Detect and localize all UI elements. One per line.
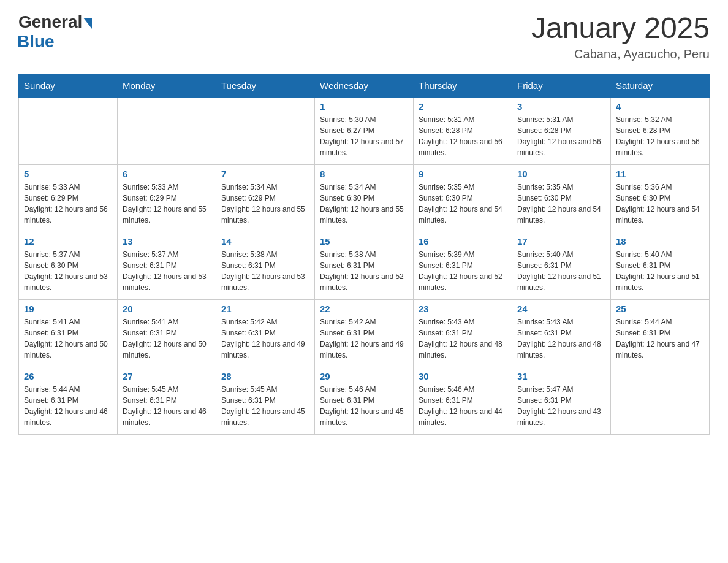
title-block: January 2025 Cabana, Ayacucho, Peru [531,12,710,61]
day-info: Sunrise: 5:47 AMSunset: 6:31 PMDaylight:… [517,384,605,428]
day-number: 22 [320,304,408,314]
calendar-week-2: 5Sunrise: 5:33 AMSunset: 6:29 PMDaylight… [19,164,710,232]
page-header: General Blue January 2025 Cabana, Ayacuc… [18,12,710,61]
day-info: Sunrise: 5:42 AMSunset: 6:31 PMDaylight:… [320,316,408,361]
calendar-cell: 22Sunrise: 5:42 AMSunset: 6:31 PMDayligh… [315,299,414,367]
day-number: 31 [517,371,605,381]
calendar-cell [216,97,315,164]
day-number: 11 [616,169,704,179]
day-info: Sunrise: 5:45 AMSunset: 6:31 PMDaylight:… [221,384,309,428]
day-number: 25 [616,304,704,314]
day-number: 18 [616,236,704,247]
day-info: Sunrise: 5:39 AMSunset: 6:31 PMDaylight:… [419,249,507,293]
day-number: 30 [419,371,507,381]
calendar-cell: 15Sunrise: 5:38 AMSunset: 6:31 PMDayligh… [315,232,414,299]
day-number: 20 [123,304,211,314]
calendar-cell: 10Sunrise: 5:35 AMSunset: 6:30 PMDayligh… [512,164,611,232]
calendar-header-wednesday: Wednesday [315,74,414,97]
day-number: 26 [24,371,112,381]
calendar-title: January 2025 [531,12,710,45]
day-number: 4 [616,101,704,112]
calendar-week-5: 26Sunrise: 5:44 AMSunset: 6:31 PMDayligh… [19,367,710,434]
day-info: Sunrise: 5:44 AMSunset: 6:31 PMDaylight:… [616,316,704,361]
day-info: Sunrise: 5:46 AMSunset: 6:31 PMDaylight:… [419,384,507,428]
day-number: 5 [24,169,112,179]
day-number: 8 [320,169,408,179]
calendar-week-1: 1Sunrise: 5:30 AMSunset: 6:27 PMDaylight… [19,97,710,164]
calendar-header-sunday: Sunday [19,74,118,97]
day-number: 6 [123,169,211,179]
day-info: Sunrise: 5:34 AMSunset: 6:29 PMDaylight:… [221,182,309,226]
calendar-table: SundayMondayTuesdayWednesdayThursdayFrid… [18,74,710,435]
calendar-cell: 24Sunrise: 5:43 AMSunset: 6:31 PMDayligh… [512,299,611,367]
calendar-header-saturday: Saturday [611,74,710,97]
calendar-cell: 11Sunrise: 5:36 AMSunset: 6:30 PMDayligh… [611,164,710,232]
calendar-cell: 23Sunrise: 5:43 AMSunset: 6:31 PMDayligh… [414,299,512,367]
day-number: 12 [24,236,112,247]
calendar-cell [118,97,216,164]
day-number: 1 [320,101,408,112]
day-number: 16 [419,236,507,247]
calendar-week-4: 19Sunrise: 5:41 AMSunset: 6:31 PMDayligh… [19,299,710,367]
calendar-cell: 14Sunrise: 5:38 AMSunset: 6:31 PMDayligh… [216,232,315,299]
logo-general-text: General [18,12,82,32]
day-number: 10 [517,169,605,179]
calendar-subtitle: Cabana, Ayacucho, Peru [531,47,710,61]
day-info: Sunrise: 5:35 AMSunset: 6:30 PMDaylight:… [419,182,507,226]
day-number: 24 [517,304,605,314]
day-info: Sunrise: 5:40 AMSunset: 6:31 PMDaylight:… [517,249,605,293]
day-info: Sunrise: 5:33 AMSunset: 6:29 PMDaylight:… [123,182,211,226]
day-info: Sunrise: 5:35 AMSunset: 6:30 PMDaylight:… [517,182,605,226]
day-info: Sunrise: 5:45 AMSunset: 6:31 PMDaylight:… [123,384,211,428]
calendar-cell: 29Sunrise: 5:46 AMSunset: 6:31 PMDayligh… [315,367,414,434]
calendar-cell: 30Sunrise: 5:46 AMSunset: 6:31 PMDayligh… [414,367,512,434]
calendar-cell: 16Sunrise: 5:39 AMSunset: 6:31 PMDayligh… [414,232,512,299]
logo-blue-text: Blue [17,32,55,52]
day-number: 21 [221,304,309,314]
day-number: 2 [419,101,507,112]
calendar-cell: 21Sunrise: 5:42 AMSunset: 6:31 PMDayligh… [216,299,315,367]
day-info: Sunrise: 5:41 AMSunset: 6:31 PMDaylight:… [24,316,112,361]
calendar-cell: 12Sunrise: 5:37 AMSunset: 6:30 PMDayligh… [19,232,118,299]
calendar-cell [19,97,118,164]
calendar-cell: 9Sunrise: 5:35 AMSunset: 6:30 PMDaylight… [414,164,512,232]
day-info: Sunrise: 5:30 AMSunset: 6:27 PMDaylight:… [320,114,408,158]
day-number: 15 [320,236,408,247]
calendar-cell: 1Sunrise: 5:30 AMSunset: 6:27 PMDaylight… [315,97,414,164]
day-info: Sunrise: 5:40 AMSunset: 6:31 PMDaylight:… [616,249,704,293]
day-number: 7 [221,169,309,179]
day-info: Sunrise: 5:34 AMSunset: 6:30 PMDaylight:… [320,182,408,226]
calendar-header-row: SundayMondayTuesdayWednesdayThursdayFrid… [19,74,710,97]
day-info: Sunrise: 5:31 AMSunset: 6:28 PMDaylight:… [419,114,507,158]
day-info: Sunrise: 5:38 AMSunset: 6:31 PMDaylight:… [320,249,408,293]
calendar-cell: 19Sunrise: 5:41 AMSunset: 6:31 PMDayligh… [19,299,118,367]
day-info: Sunrise: 5:31 AMSunset: 6:28 PMDaylight:… [517,114,605,158]
calendar-cell [611,367,710,434]
calendar-cell: 5Sunrise: 5:33 AMSunset: 6:29 PMDaylight… [19,164,118,232]
calendar-cell: 26Sunrise: 5:44 AMSunset: 6:31 PMDayligh… [19,367,118,434]
calendar-cell: 18Sunrise: 5:40 AMSunset: 6:31 PMDayligh… [611,232,710,299]
day-info: Sunrise: 5:46 AMSunset: 6:31 PMDaylight:… [320,384,408,428]
calendar-cell: 17Sunrise: 5:40 AMSunset: 6:31 PMDayligh… [512,232,611,299]
day-info: Sunrise: 5:32 AMSunset: 6:28 PMDaylight:… [616,114,704,158]
calendar-cell: 13Sunrise: 5:37 AMSunset: 6:31 PMDayligh… [118,232,216,299]
calendar-cell: 6Sunrise: 5:33 AMSunset: 6:29 PMDaylight… [118,164,216,232]
day-number: 19 [24,304,112,314]
logo: General Blue [18,12,92,52]
calendar-cell: 8Sunrise: 5:34 AMSunset: 6:30 PMDaylight… [315,164,414,232]
calendar-cell: 2Sunrise: 5:31 AMSunset: 6:28 PMDaylight… [414,97,512,164]
day-number: 29 [320,371,408,381]
day-info: Sunrise: 5:38 AMSunset: 6:31 PMDaylight:… [221,249,309,293]
calendar-cell: 4Sunrise: 5:32 AMSunset: 6:28 PMDaylight… [611,97,710,164]
calendar-cell: 28Sunrise: 5:45 AMSunset: 6:31 PMDayligh… [216,367,315,434]
day-number: 23 [419,304,507,314]
day-number: 17 [517,236,605,247]
calendar-cell: 7Sunrise: 5:34 AMSunset: 6:29 PMDaylight… [216,164,315,232]
calendar-cell: 20Sunrise: 5:41 AMSunset: 6:31 PMDayligh… [118,299,216,367]
day-number: 9 [419,169,507,179]
calendar-cell: 3Sunrise: 5:31 AMSunset: 6:28 PMDaylight… [512,97,611,164]
calendar-header-friday: Friday [512,74,611,97]
day-number: 14 [221,236,309,247]
calendar-cell: 31Sunrise: 5:47 AMSunset: 6:31 PMDayligh… [512,367,611,434]
day-number: 28 [221,371,309,381]
